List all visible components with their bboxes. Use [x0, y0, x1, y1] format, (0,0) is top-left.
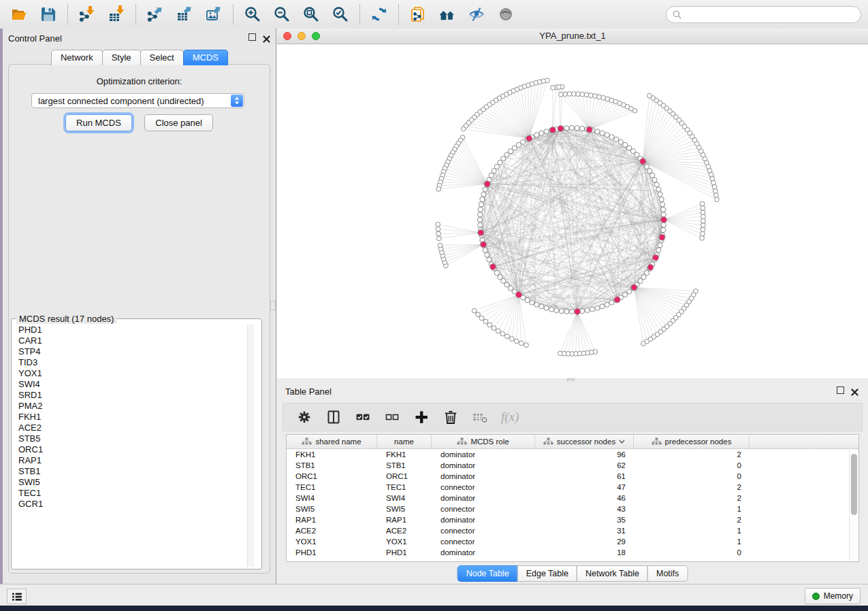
cell-mcds-role[interactable]: dominator [432, 461, 535, 469]
window-minimize-button[interactable] [298, 32, 306, 40]
graph-node[interactable] [600, 304, 605, 309]
graph-node[interactable] [700, 201, 705, 206]
graph-node[interactable] [701, 205, 705, 210]
graph-node[interactable] [600, 131, 605, 135]
graph-node[interactable] [701, 214, 706, 219]
cell-predecessor-nodes[interactable]: 0 [634, 461, 750, 469]
cell-shared-name[interactable]: TEC1 [287, 483, 377, 491]
graph-node[interactable] [551, 86, 556, 90]
graph-node[interactable] [701, 231, 705, 236]
graph-hub-node[interactable] [659, 234, 665, 240]
graph-node[interactable] [564, 126, 569, 131]
mcds-result-item[interactable]: TEC1 [13, 488, 260, 499]
graph-hub-node[interactable] [640, 159, 646, 165]
graph-node[interactable] [485, 252, 489, 257]
graph-node[interactable] [549, 307, 553, 312]
run-mcds-button[interactable]: Run MCDS [65, 114, 132, 131]
table-row[interactable]: ACE2ACE2connector311 [287, 525, 858, 536]
graph-hub-node[interactable] [478, 230, 484, 236]
cell-name[interactable]: ACE2 [377, 527, 432, 535]
table-row[interactable]: SWI5SWI5connector431 [287, 503, 858, 514]
graph-node[interactable] [512, 146, 517, 150]
graph-node[interactable] [590, 307, 594, 312]
zoom-selected-icon[interactable] [332, 5, 349, 23]
cell-shared-name[interactable]: SWI5 [287, 505, 377, 513]
graph-node[interactable] [605, 133, 609, 137]
graph-node[interactable] [487, 323, 492, 327]
graph-node[interactable] [661, 228, 666, 233]
column-header-successor-nodes[interactable]: successor nodes [535, 435, 634, 448]
graph-node[interactable] [647, 169, 652, 174]
graph-node[interactable] [476, 312, 481, 317]
graph-node[interactable] [656, 248, 661, 252]
cell-mcds-role[interactable]: connector [432, 527, 535, 535]
graph-node[interactable] [595, 306, 600, 310]
graph-node[interactable] [645, 271, 649, 276]
mcds-result-item[interactable]: FKH1 [13, 412, 260, 423]
graph-node[interactable] [487, 257, 492, 262]
graph-node[interactable] [658, 243, 662, 248]
cell-predecessor-nodes[interactable]: 0 [634, 548, 750, 557]
cell-successor-nodes[interactable]: 43 [535, 505, 634, 513]
graph-node[interactable] [605, 302, 609, 307]
graph-node[interactable] [498, 275, 502, 280]
cell-mcds-role[interactable]: connector [432, 538, 535, 546]
cell-predecessor-nodes[interactable]: 1 [634, 538, 750, 546]
window-close-button[interactable] [283, 32, 291, 40]
graph-node[interactable] [656, 187, 661, 192]
graph-node[interactable] [478, 207, 483, 212]
graph-node[interactable] [661, 222, 666, 227]
refresh-layout-icon[interactable] [370, 5, 388, 23]
column-header-shared-name[interactable]: shared name [287, 435, 377, 448]
graph-hub-node[interactable] [653, 254, 659, 261]
graph-node[interactable] [575, 126, 579, 131]
table-row[interactable]: ORC1ORC1dominator610 [287, 471, 858, 482]
mcds-result-item[interactable]: SWI5 [13, 477, 260, 488]
graph-node[interactable] [559, 92, 564, 97]
zoom-in-icon[interactable] [244, 5, 261, 23]
cell-shared-name[interactable]: FKH1 [287, 450, 377, 459]
graph-node[interactable] [576, 92, 581, 97]
graph-node[interactable] [714, 193, 719, 198]
graph-node[interactable] [571, 92, 576, 97]
table-scrollbar[interactable] [849, 449, 858, 561]
cell-shared-name[interactable]: ORC1 [287, 472, 377, 480]
graph-node[interactable] [569, 309, 574, 314]
cell-successor-nodes[interactable]: 96 [535, 450, 634, 459]
network-graph[interactable] [277, 44, 868, 378]
cell-successor-nodes[interactable]: 31 [535, 527, 634, 535]
graph-node[interactable] [645, 164, 649, 169]
graph-node[interactable] [436, 227, 440, 231]
graph-node[interactable] [492, 326, 496, 331]
graph-hub-node[interactable] [516, 292, 522, 298]
graph-node[interactable] [580, 126, 585, 131]
graph-node[interactable] [554, 308, 559, 313]
graph-node[interactable] [618, 139, 623, 144]
export-table-icon[interactable] [176, 5, 193, 23]
graph-node[interactable] [614, 137, 619, 142]
cell-name[interactable]: ORC1 [377, 472, 432, 480]
graph-node[interactable] [500, 331, 505, 336]
graph-node[interactable] [584, 93, 589, 97]
graph-node[interactable] [585, 308, 590, 313]
zoom-out-icon[interactable] [273, 5, 291, 23]
cell-mcds-role[interactable]: dominator [432, 548, 535, 557]
show-columns-icon[interactable] [325, 409, 342, 425]
add-icon[interactable] [413, 409, 430, 425]
graph-node[interactable] [479, 202, 483, 207]
graph-node[interactable] [436, 186, 441, 191]
graph-node[interactable] [623, 142, 628, 147]
table-row[interactable]: STB1STB1dominator620 [287, 460, 858, 471]
mcds-result-item[interactable]: CAR1 [13, 335, 260, 346]
hide-selected-icon[interactable] [468, 5, 485, 23]
graph-node[interactable] [494, 164, 499, 169]
graph-node[interactable] [483, 248, 487, 252]
cell-successor-nodes[interactable]: 47 [535, 483, 634, 491]
cell-shared-name[interactable]: STB1 [287, 461, 377, 469]
cell-mcds-role[interactable]: dominator [432, 450, 535, 459]
graph-node[interactable] [483, 187, 487, 192]
graph-hub-node[interactable] [586, 127, 592, 133]
graph-node[interactable] [525, 298, 530, 303]
graph-node[interactable] [472, 308, 477, 313]
graph-node[interactable] [514, 339, 519, 344]
